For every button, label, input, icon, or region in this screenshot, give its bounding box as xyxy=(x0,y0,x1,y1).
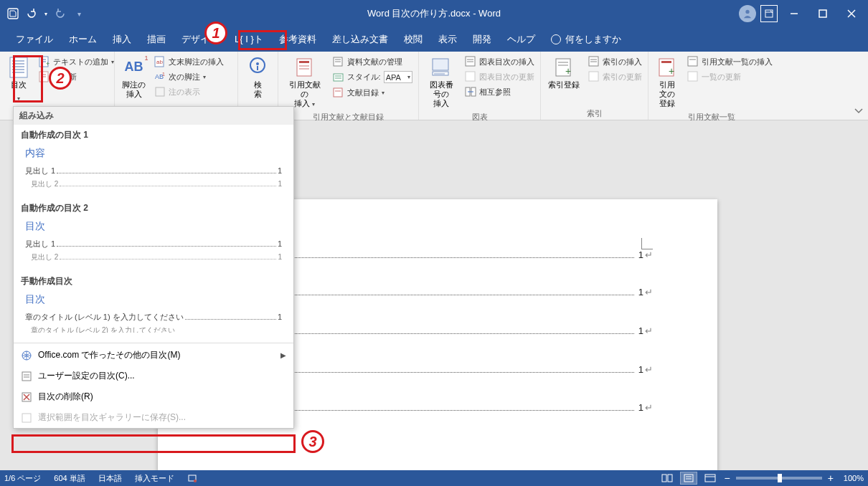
close-button[interactable] xyxy=(839,4,864,24)
more-toc-label: Office.com で作ったその他の目次(M) xyxy=(38,349,180,361)
tell-me-search[interactable]: 何をしますか xyxy=(551,33,621,46)
maximize-button[interactable] xyxy=(811,4,835,24)
show-notes-icon xyxy=(154,86,166,97)
zoom-out-button[interactable]: − xyxy=(724,472,730,484)
add-text-button[interactable]: + テキストの追加 ▾ xyxy=(37,54,115,69)
update-toc-button[interactable]: の更新 xyxy=(37,70,115,84)
insert-endnote-button[interactable]: ab文末脚注の挿入 xyxy=(153,54,225,69)
update-index-label: 索引の更新 xyxy=(603,72,642,82)
tab-home[interactable]: ホーム xyxy=(62,29,104,50)
next-footnote-button[interactable]: AB1次の脚注▾ xyxy=(153,70,225,84)
line-break-mark: ↵ xyxy=(645,402,653,413)
custom-toc-label: ユーザー設定の目次(C)... xyxy=(38,370,135,382)
crossref-icon xyxy=(465,86,476,97)
zoom-slider[interactable] xyxy=(736,477,822,480)
smart-lookup-button[interactable]: 検 索 xyxy=(244,54,273,107)
svg-point-26 xyxy=(256,62,259,65)
collapse-ribbon-icon[interactable] xyxy=(854,105,864,115)
insert-tof-button[interactable]: 図表目次の挿入 xyxy=(463,54,536,69)
toc-gallery-auto2[interactable]: 自動作成の目次 2 目次 見出し 11 見出し 21 xyxy=(14,198,293,271)
status-word-count[interactable]: 604 単語 xyxy=(54,473,85,484)
print-layout-view-button[interactable] xyxy=(681,472,697,484)
search-label-1: 検 xyxy=(254,80,262,90)
mark-citation-button[interactable]: + 引用文の 登録 xyxy=(653,54,681,110)
update-tof-button: 図表目次の更新 xyxy=(463,70,536,84)
line-break-mark: ↵ xyxy=(645,287,653,297)
qat-customize-icon[interactable]: ▾ xyxy=(77,10,81,18)
tab-layout[interactable]: L{ I }ト xyxy=(227,29,270,50)
svg-rect-71 xyxy=(22,414,31,422)
tab-file[interactable]: ファイル xyxy=(9,29,60,50)
citation-icon xyxy=(293,56,316,79)
insert-citation-button[interactable]: 引用文献の 挿入 ▾ xyxy=(283,54,327,110)
gallery-item-title: 手動作成目次 xyxy=(21,275,286,287)
remove-toc-label: 目次の削除(R) xyxy=(38,391,93,403)
web-layout-view-button[interactable] xyxy=(702,472,718,484)
chevron-down-icon: ▾ xyxy=(312,101,315,108)
qat-dropdown-icon[interactable]: ▾ xyxy=(44,11,47,17)
insert-caption-button[interactable]: 図表番号の 挿入 xyxy=(423,54,459,110)
insert-toa-label: 引用文献一覧の挿入 xyxy=(702,57,773,67)
more-toc-office[interactable]: Office.com で作ったその他の目次(M) ▶ xyxy=(14,345,293,366)
status-language[interactable]: 日本語 xyxy=(98,473,122,484)
zoom-in-button[interactable]: + xyxy=(828,472,834,484)
minimize-button[interactable] xyxy=(782,4,806,24)
toc-gallery-auto1[interactable]: 自動作成の目次 1 内容 見出し 11 見出し 21 xyxy=(14,125,293,198)
tab-developer[interactable]: 開発 xyxy=(466,29,499,50)
document-title: Word 目次の作り方.docx - Word xyxy=(367,7,501,20)
lightbulb-icon xyxy=(551,34,561,44)
gallery-item-title: 自動作成の目次 1 xyxy=(21,129,286,141)
add-text-icon: + xyxy=(39,56,50,67)
cross-reference-button[interactable]: 相互参照 xyxy=(463,85,536,99)
zoom-level[interactable]: 100% xyxy=(844,474,864,482)
status-insert-mode[interactable]: 挿入モード xyxy=(135,473,174,484)
insert-index-button[interactable]: 索引の挿入 xyxy=(587,54,643,69)
toc-button-label: 目次 xyxy=(11,80,27,90)
ab-text: AB xyxy=(125,59,143,75)
insert-citation-label-1: 引用文献の xyxy=(286,80,324,99)
svg-rect-57 xyxy=(589,72,598,81)
bibliography-button[interactable]: 文献目録▾ xyxy=(331,85,414,100)
tab-draw[interactable]: 描画 xyxy=(140,29,173,50)
toc-gallery-manual[interactable]: 手動作成目次 目次 章のタイトル (レベル 1) を入力してください1 章のタイ… xyxy=(14,271,293,341)
manage-sources-button[interactable]: 資料文献の管理 xyxy=(331,54,414,69)
manage-sources-label: 資料文献の管理 xyxy=(347,57,402,67)
remove-toc[interactable]: 目次の削除(R) xyxy=(14,386,293,407)
tab-view[interactable]: 表示 xyxy=(431,29,464,50)
show-notes-button[interactable]: 注の表示 xyxy=(153,85,225,99)
svg-point-1 xyxy=(745,10,749,14)
svg-rect-7 xyxy=(10,57,27,77)
undo-icon[interactable] xyxy=(26,8,37,19)
tab-review[interactable]: 校閲 xyxy=(397,29,430,50)
mark-citation-icon: + xyxy=(656,56,679,79)
read-mode-view-button[interactable] xyxy=(659,472,675,484)
redo-icon[interactable] xyxy=(55,8,66,19)
insert-caption-label-2: 挿入 xyxy=(433,99,449,108)
title-bar: ▾ ▾ Word 目次の作り方.docx - Word xyxy=(0,0,868,27)
caption-icon xyxy=(430,56,453,79)
account-avatar[interactable] xyxy=(739,5,756,22)
tab-references[interactable]: 参考資料 xyxy=(272,29,324,50)
custom-toc[interactable]: ユーザー設定の目次(C)... xyxy=(14,366,293,386)
preview-row-label: 見出し 1 xyxy=(25,239,55,249)
svg-rect-59 xyxy=(661,61,671,63)
macro-record-icon[interactable] xyxy=(187,473,197,484)
preview-heading: 目次 xyxy=(25,293,282,306)
ribbon-display-options-icon[interactable] xyxy=(760,5,778,22)
status-page[interactable]: 1/6 ページ xyxy=(4,473,41,484)
add-text-label: テキストの追加 xyxy=(53,57,108,67)
toc-button[interactable]: 目次 ▾ xyxy=(4,54,33,107)
autosave-icon[interactable] xyxy=(7,8,19,19)
tab-design[interactable]: デザイン xyxy=(174,29,226,50)
update-toc-icon xyxy=(39,71,50,82)
insert-toa-button[interactable]: 引用文献一覧の挿入 xyxy=(686,54,774,69)
svg-rect-35 xyxy=(334,74,343,81)
svg-rect-27 xyxy=(257,66,258,70)
citation-style-select[interactable]: スタイル: APA ▾ xyxy=(331,70,414,85)
tab-mailings[interactable]: 差し込み文書 xyxy=(325,29,395,50)
next-footnote-label: 次の脚注 xyxy=(169,72,200,82)
insert-footnote-button[interactable]: AB 1 脚注の 挿入 xyxy=(119,54,148,107)
mark-index-entry-button[interactable]: + 索引登録 xyxy=(545,54,582,107)
tab-help[interactable]: ヘルプ xyxy=(500,29,542,50)
tab-insert[interactable]: 挿入 xyxy=(105,29,138,50)
